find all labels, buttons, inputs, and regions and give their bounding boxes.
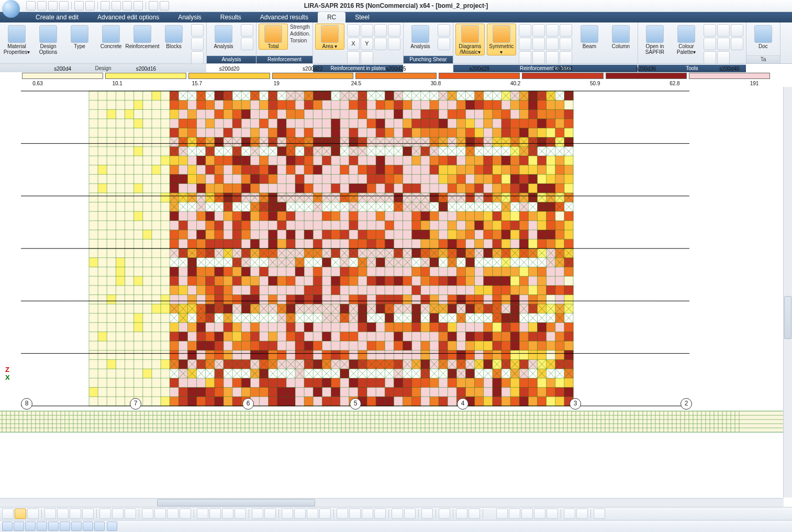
bars-b2-icon[interactable] [532,24,545,37]
plate-p5-icon[interactable] [374,38,387,50]
analysis-a1-icon[interactable] [241,24,253,37]
punch-ps2-icon[interactable] [438,38,450,50]
redo-icon[interactable] [85,1,95,10]
w9-button[interactable] [94,522,105,531]
pan-button[interactable] [180,508,191,519]
model-viewport[interactable]: Z X 8765432 [0,87,792,507]
axis-xy-button[interactable] [534,508,545,519]
zoom-ext-button[interactable] [167,508,179,519]
plate-p2-icon[interactable] [361,24,373,37]
tools-t4-icon[interactable] [704,38,716,50]
new-doc-icon[interactable] [26,1,36,10]
plate-p6-icon[interactable] [388,38,400,50]
pencil-button[interactable] [468,508,480,519]
view-front-button[interactable] [222,508,233,519]
wall-button[interactable] [564,508,575,519]
bars-b3-icon[interactable] [546,24,559,37]
refresh-button[interactable] [594,508,605,519]
mode-3-icon[interactable] [122,1,132,10]
diag-button[interactable]: Diagrams/Mosaic▾ [455,24,485,55]
node-button[interactable] [44,508,56,519]
sym-button[interactable]: Symmetric ▾ [487,24,516,55]
render-2-button[interactable] [349,508,361,519]
cascade-button[interactable] [107,522,117,531]
plate-dir-X[interactable]: X [347,38,360,50]
reinf-opt-torsion[interactable]: Torsion [290,37,310,44]
dropdown-icon[interactable] [37,1,47,10]
solid-button[interactable] [82,508,94,519]
grid-button[interactable] [294,508,306,519]
link-button[interactable] [576,508,588,519]
design-s2-icon[interactable] [191,38,204,50]
sel-cross-button[interactable] [27,508,39,519]
bars-b7-icon[interactable] [546,38,559,50]
anal-button[interactable]: Analysis [209,24,238,50]
doc-button[interactable]: Doc [749,24,778,50]
delete-button[interactable] [125,508,136,519]
w5-button[interactable] [48,522,59,531]
design-s1-icon[interactable] [191,24,204,37]
bars-b11-icon[interactable] [546,51,559,64]
highlight-button[interactable] [456,508,467,519]
dopt-button[interactable]: DesignOptions [34,24,63,55]
sel-lasso-button[interactable] [15,508,26,519]
render-4-button[interactable] [374,508,386,519]
tab-analysis[interactable]: Analysis [169,12,211,22]
view-side-button[interactable] [235,508,246,519]
tools-t5-icon[interactable] [717,38,730,50]
h-scroll-thumb[interactable] [157,499,315,506]
copy-button[interactable] [99,508,111,519]
bars-b6-icon[interactable] [532,38,545,50]
mode-2-icon[interactable] [111,1,121,10]
analysis-a2-icon[interactable] [241,38,253,50]
view-top-button[interactable] [209,508,221,519]
blocks-button[interactable]: Blocks [159,24,188,50]
area-button[interactable]: Area ▾ [315,24,344,50]
reinf-opt-addition.[interactable]: Addition. [290,30,310,37]
w6-button[interactable] [60,522,70,531]
beam-button[interactable]: Beam [575,24,604,50]
w8-button[interactable] [83,522,93,531]
flag-button[interactable] [319,508,331,519]
dropdown2-icon[interactable] [160,1,169,10]
render-1-button[interactable] [337,508,348,519]
plate-dir-Y[interactable]: Y [361,38,373,50]
save-icon[interactable] [59,1,69,10]
w2-button[interactable] [14,522,24,531]
view-perp-button[interactable] [197,508,208,519]
concrete-button[interactable]: Concrete [96,24,126,50]
plate-p3-icon[interactable] [374,24,387,37]
tab-create[interactable]: Create and edit [26,12,88,22]
undo-icon[interactable] [74,1,84,10]
plate-p4-icon[interactable] [388,24,400,37]
tab-steel[interactable]: Steel [345,12,378,22]
total-button[interactable]: Total [259,24,288,50]
measure-button[interactable] [421,508,433,519]
bars-b12-icon[interactable] [560,51,572,64]
palette-button[interactable]: ColourPalette▾ [672,24,701,55]
w1-button[interactable] [2,522,13,531]
sapfir-button[interactable]: Open inSAPFIR [640,24,670,55]
tools-t6-icon[interactable] [731,38,743,50]
tools-t1-icon[interactable] [704,24,716,37]
paste-button[interactable] [112,508,124,519]
punchan-button[interactable]: Analysis [406,24,435,50]
bars-b4-icon[interactable] [560,24,572,37]
tab-results[interactable]: Results [211,12,251,22]
v-scroll-thumb[interactable] [784,296,791,339]
axis-xz-button[interactable] [521,508,533,519]
horizontal-scrollbar[interactable] [0,498,784,507]
open-icon[interactable] [48,1,58,10]
plate-p8-icon[interactable] [361,51,373,64]
tab-advres[interactable]: Advanced results [251,12,318,22]
w7-button[interactable] [71,522,82,531]
zoom-in-button[interactable] [392,508,403,519]
tab-rc[interactable]: RC [318,12,345,22]
iso-button[interactable] [252,508,263,519]
beam-button[interactable] [57,508,69,519]
filter-button[interactable] [142,508,153,519]
bars-b5-icon[interactable] [519,38,531,50]
mode-1-icon[interactable] [101,1,110,10]
axis-x-button[interactable] [509,508,520,519]
mode-4-icon[interactable] [133,1,143,10]
